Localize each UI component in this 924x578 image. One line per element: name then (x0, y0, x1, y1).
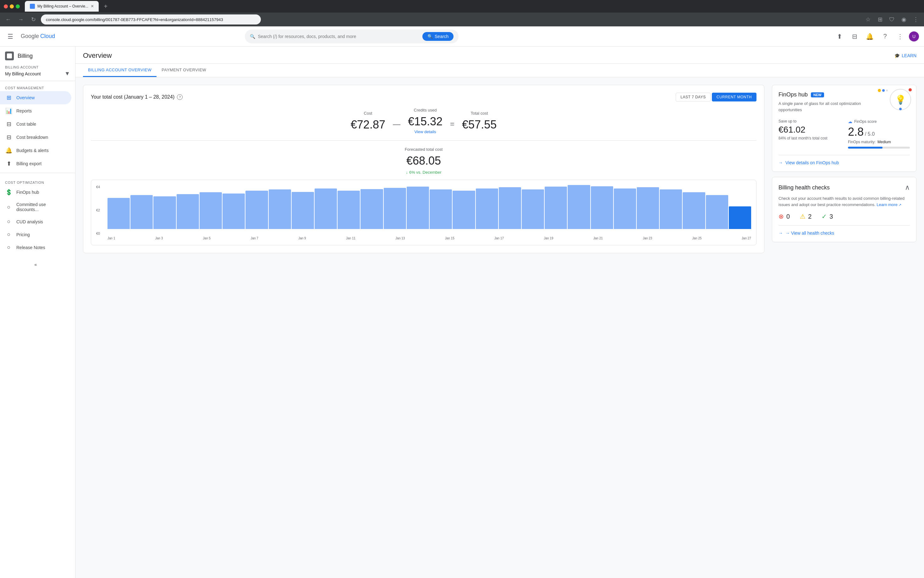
search-input-wrap[interactable]: 🔍 🔍 Search (245, 29, 459, 43)
search-magnifier-icon: 🔍 (250, 34, 255, 39)
search-button[interactable]: 🔍 Search (422, 32, 454, 41)
cost-help-icon[interactable]: ? (177, 94, 182, 100)
browser-tab[interactable]: My Billing Account – Overvie... × (25, 1, 99, 11)
tab-billing-account-overview[interactable]: BILLING ACCOUNT OVERVIEW (83, 64, 156, 77)
sidebar-collapse-button[interactable]: « (5, 259, 66, 270)
save-metric: Save up to €61.02 84% of last month's to… (779, 119, 840, 149)
last-7-days-button[interactable]: LAST 7 DAYS (676, 93, 710, 101)
x-label-jan3: Jan 3 (155, 237, 163, 240)
address-bar[interactable]: console.cloud.google.com/billing/001787-… (41, 15, 261, 24)
reports-icon: 📊 (5, 107, 13, 114)
forecast-comparison-text: 6% vs. December (409, 170, 442, 175)
sidebar-item-label-budgets-alerts: Budgets & alerts (16, 148, 49, 153)
equals-operator: = (447, 120, 457, 128)
browser-profile-icon[interactable]: ◉ (899, 15, 909, 24)
collapse-icon: « (34, 262, 37, 267)
bar-13 (407, 187, 429, 229)
tab-close-button[interactable]: × (91, 3, 94, 9)
search-input[interactable] (258, 34, 420, 39)
bar-9 (315, 188, 337, 229)
sidebar-item-billing-export[interactable]: ⬆ Billing export (0, 157, 72, 170)
x-label-jan23: Jan 23 (643, 237, 652, 240)
reload-button[interactable]: ↻ (28, 15, 38, 24)
x-label-jan19: Jan 19 (544, 237, 553, 240)
sidebar-item-pricing[interactable]: ○ Pricing (0, 228, 72, 241)
sidebar-item-label-committed-use: Committed use discounts... (16, 202, 66, 212)
health-learn-more-link[interactable]: Learn more (877, 202, 897, 207)
bar-24 (660, 190, 682, 229)
content-area: Your total cost (January 1 – 28, 2024) ?… (75, 77, 924, 261)
cost-card-header: Your total cost (January 1 – 28, 2024) ?… (91, 93, 756, 101)
new-tab-button[interactable]: + (101, 2, 110, 11)
bar-6 (246, 191, 268, 229)
down-arrow-icon: ↓ (406, 170, 408, 175)
finops-view-details-button[interactable]: → View details on FinOps hub (779, 155, 910, 165)
maximize-dot[interactable] (16, 5, 20, 8)
warning-icon: ⚠ (800, 213, 805, 220)
bookmark-icon[interactable]: ☆ (863, 15, 873, 24)
sidebar-item-committed-use[interactable]: ○ Committed use discounts... (0, 199, 72, 215)
sidebar-item-label-reports: Reports (16, 109, 32, 114)
bar-21 (591, 186, 613, 229)
deploy-icon[interactable]: ⬆ (833, 30, 846, 43)
browser-chrome: My Billing Account – Overvie... × + ← → … (0, 0, 924, 26)
sidebar-item-budgets-alerts[interactable]: 🔔 Budgets & alerts (0, 144, 72, 157)
current-month-button[interactable]: CURRENT MONTH (712, 93, 756, 101)
header-actions: ⬆ ⊟ 🔔 ? ⋮ U (833, 30, 919, 43)
user-avatar[interactable]: U (909, 31, 919, 41)
forward-button[interactable]: → (16, 15, 26, 24)
sidebar-item-reports[interactable]: 📊 Reports (0, 104, 72, 117)
page-header: Overview 🎓 LEARN (75, 47, 924, 64)
score-header: ☁ FinOps score (848, 119, 910, 124)
cost-value: €72.87 (351, 118, 385, 131)
sidebar-item-cost-breakdown[interactable]: ⊟ Cost breakdown (0, 131, 72, 144)
cost-card: Your total cost (January 1 – 28, 2024) ?… (83, 85, 765, 253)
view-details-link[interactable]: View details (408, 130, 442, 134)
finops-dot-blue2 (899, 108, 902, 110)
back-button[interactable]: ← (3, 15, 13, 24)
bulb-icon: 💡 (895, 94, 906, 105)
sidebar-item-label-cost-breakdown: Cost breakdown (16, 135, 48, 140)
sidebar-header: Billing (0, 47, 75, 63)
cost-figures: Cost €72.87 — Credits used €15.32 View d… (91, 108, 756, 134)
view-all-arrow-icon: → (779, 231, 783, 235)
tab-payment-overview[interactable]: PAYMENT OVERVIEW (156, 64, 211, 77)
sidebar-item-overview[interactable]: ⊞ Overview (0, 91, 72, 104)
x-label-jan15: Jan 15 (445, 237, 454, 240)
close-dot[interactable] (4, 5, 8, 8)
learn-icon: 🎓 (895, 53, 900, 58)
budgets-alerts-icon: 🔔 (5, 147, 13, 154)
total-label: Total cost (462, 111, 496, 115)
chart-area: €4 €2 €0 Jan 1 Jan 3 Jan 5 (91, 180, 756, 245)
url-text: console.cloud.google.com/billing/001787-… (46, 17, 223, 22)
hamburger-menu[interactable]: ☰ (5, 30, 16, 43)
health-collapse-button[interactable]: ∧ (905, 183, 910, 192)
cost-item-credits: Credits used €15.32 View details (408, 108, 442, 134)
sidebar-item-finops-hub[interactable]: 💲 FinOps hub (0, 186, 72, 199)
bar-2 (153, 196, 176, 229)
notifications-icon[interactable]: 🔔 (864, 30, 876, 43)
billing-account-selector[interactable]: My Billing Account ▼ (5, 70, 70, 77)
learn-button[interactable]: 🎓 LEARN (895, 53, 916, 62)
overview-icon: ⊞ (5, 94, 13, 101)
browser-menu-icon[interactable]: ⋮ (911, 15, 921, 24)
google-cloud-icon: ☁ (848, 119, 852, 124)
cloud-shell-icon[interactable]: ⊟ (849, 30, 861, 43)
sidebar-item-cud-analysis[interactable]: ○ CUD analysis (0, 215, 72, 228)
extension-icon[interactable]: ⊞ (875, 15, 885, 24)
minus-operator: — (390, 120, 403, 128)
search-btn-icon: 🔍 (428, 34, 433, 39)
view-all-health-button[interactable]: → → View all health checks (779, 225, 910, 235)
sidebar-item-cost-table[interactable]: ⊟ Cost table (0, 117, 72, 131)
browser-extension2-icon[interactable]: 🛡 (887, 15, 897, 24)
settings-icon[interactable]: ⋮ (894, 30, 906, 43)
sidebar-item-release-notes[interactable]: ○ Release Notes (0, 241, 72, 254)
cost-title-text: Your total cost (January 1 – 28, 2024) (91, 94, 174, 100)
health-stats: ⊗ 0 ⚠ 2 ✓ 3 (779, 213, 910, 220)
minimize-dot[interactable] (10, 5, 14, 8)
help-icon[interactable]: ? (879, 30, 891, 43)
pricing-icon: ○ (5, 231, 13, 238)
health-description: Check out your account health results to… (779, 195, 910, 208)
error-icon: ⊗ (779, 213, 784, 220)
finops-dot-red (909, 88, 912, 91)
